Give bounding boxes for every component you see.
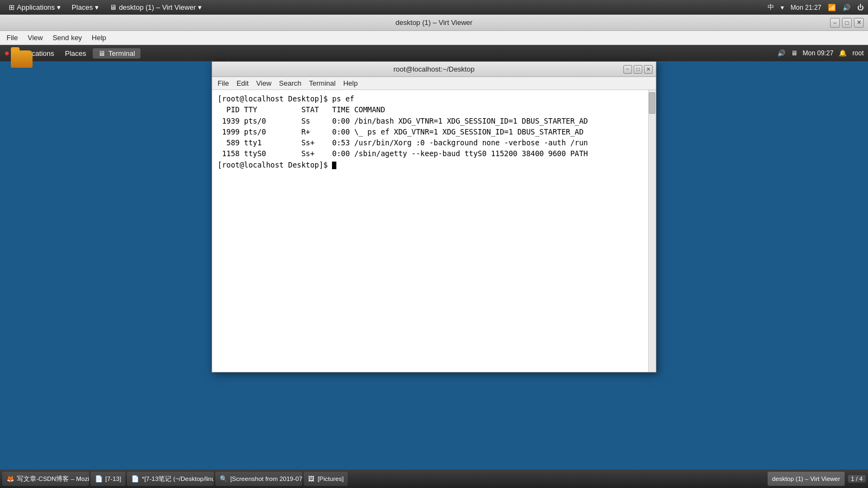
virt-viewer-minimize-button[interactable]: −	[830, 18, 840, 28]
host-task-label-0: 写文章-CSDN博客 – Mozilla Fi...	[17, 475, 89, 483]
terminal-titlebar: root@localhost:~/Desktop − □ ✕	[212, 62, 656, 77]
term-edit-menu[interactable]: Edit	[233, 78, 252, 88]
virt-viewer-help-menu[interactable]: Help	[87, 33, 111, 43]
terminal-maximize-button[interactable]: □	[634, 65, 642, 74]
terminal-header: PID TTY STAT TIME COMMAND	[218, 104, 650, 115]
host-places-menu[interactable]: Places ▾	[67, 2, 103, 12]
guest-gnome-icon: ●	[4, 48, 10, 58]
terminal-line-1: [root@localhost Desktop]$ ps ef	[218, 93, 650, 104]
host-task-icon-4: 🖼	[308, 476, 315, 482]
virt-viewer-menubar: File View Send key Help	[0, 31, 868, 45]
term-terminal-menu[interactable]: Terminal	[306, 78, 339, 88]
volume-icon: 🔊	[843, 4, 851, 11]
host-task-label-2: *[7-13笔记 (~/Desktop/linux/7...	[142, 475, 214, 483]
term-help-menu[interactable]: Help	[340, 78, 361, 88]
guest-clock: Mon 09:27	[803, 49, 834, 57]
guest-volume-icon: 🔊	[777, 49, 786, 57]
window-chevron-icon: ▾	[198, 3, 202, 11]
guest-user-label: root	[852, 49, 864, 57]
guest-terminal-label: Terminal	[108, 49, 135, 57]
terminal-tab-icon: 🖥	[98, 49, 105, 57]
terminal-close-button[interactable]: ✕	[644, 65, 653, 74]
terminal-scrollbar-thumb[interactable]	[649, 92, 655, 114]
terminal-window: root@localhost:~/Desktop − □ ✕ File Edit…	[212, 61, 656, 373]
terminal-cursor	[332, 162, 336, 169]
terminal-row-1: 1939 pts/0 Ss 0:00 /bin/bash XDG_VTNR=1 …	[218, 115, 650, 126]
host-taskbar-item-3[interactable]: 🔍 [Screenshot from 2019-07-13...	[215, 472, 302, 486]
places-chevron-icon: ▾	[95, 3, 99, 11]
terminal-title: root@localhost:~/Desktop	[393, 65, 474, 73]
host-taskbar-right: desktop (1) – Virt Viewer 1 / 4	[768, 472, 866, 486]
terminal-minimize-button[interactable]: −	[623, 65, 632, 74]
virt-viewer-sendkey-menu[interactable]: Send key	[48, 33, 86, 43]
virt-viewer-close-button[interactable]: ✕	[854, 18, 864, 28]
terminal-content[interactable]: [root@localhost Desktop]$ ps ef PID TTY …	[212, 90, 656, 372]
terminal-row-4: 1158 ttyS0 Ss+ 0:00 /sbin/agetty --keep-…	[218, 148, 650, 159]
terminal-menubar: File Edit View Search Terminal Help	[212, 77, 656, 90]
terminal-window-controls: − □ ✕	[623, 65, 653, 74]
power-icon: ⏻	[857, 4, 864, 11]
virt-viewer-window: desktop (1) – Virt Viewer − □ ✕ File Vie…	[0, 15, 868, 488]
apps-chevron-icon: ▾	[57, 3, 61, 11]
network-icon: 📶	[828, 4, 836, 11]
host-taskbar-virt-label[interactable]: desktop (1) – Virt Viewer	[768, 472, 845, 486]
host-task-icon-2: 📄	[131, 475, 139, 483]
apps-icon: ⊞	[9, 3, 15, 11]
terminal-prompt-text: [root@localhost Desktop]$	[218, 160, 332, 169]
host-applications-menu[interactable]: ⊞ Applications ▾	[4, 2, 65, 12]
terminal-row-2: 1999 pts/0 R+ 0:00 \_ ps ef XDG_VTNR=1 X…	[218, 126, 650, 137]
guest-desktop: ● Applications Places 🖥 Terminal 🔊 🖥 Mon…	[0, 45, 868, 488]
host-taskbar-item-2[interactable]: 📄 *[7-13笔记 (~/Desktop/linux/7...	[127, 472, 214, 486]
host-window-label: desktop (1) – Virt Viewer	[119, 3, 196, 11]
guest-topbar: ● Applications Places 🖥 Terminal 🔊 🖥 Mon…	[0, 45, 868, 61]
terminal-prompt: [root@localhost Desktop]$	[218, 159, 650, 170]
guest-screen-icon: 🖥	[791, 49, 797, 57]
host-page-indicator: 1 / 4	[848, 475, 866, 483]
virt-viewer-window-controls: − □ ✕	[830, 18, 864, 28]
host-window-icon: 🖥	[110, 3, 117, 11]
host-task-label-4: [Pictures]	[317, 476, 343, 482]
host-taskbar: 🦊 写文章-CSDN博客 – Mozilla Fi... 📄 [7-13] 📄 …	[0, 470, 868, 488]
guest-topbar-right: 🔊 🖥 Mon 09:27 🔔 root	[777, 49, 864, 57]
host-taskbar-item-1[interactable]: 📄 [7-13]	[91, 472, 125, 486]
virt-viewer-maximize-button[interactable]: □	[842, 18, 852, 28]
host-taskbar-item-0[interactable]: 🦊 写文章-CSDN博客 – Mozilla Fi...	[2, 472, 89, 486]
term-file-menu[interactable]: File	[214, 78, 232, 88]
guest-places-label: Places	[65, 49, 86, 57]
guest-terminal-tab[interactable]: 🖥 Terminal	[93, 48, 141, 59]
host-clock: Mon 21:27	[790, 4, 821, 11]
term-view-menu[interactable]: View	[253, 78, 275, 88]
terminal-row-3: 589 tty1 Ss+ 0:53 /usr/bin/Xorg :0 -back…	[218, 137, 650, 148]
virt-viewer-title: desktop (1) – Virt Viewer	[395, 18, 473, 27]
guest-notif-icon: 🔔	[839, 49, 847, 57]
host-task-icon-1: 📄	[95, 475, 103, 483]
host-task-icon-3: 🔍	[220, 475, 227, 483]
host-task-icon-0: 🦊	[7, 475, 14, 483]
host-window-button[interactable]: 🖥 desktop (1) – Virt Viewer ▾	[105, 2, 206, 12]
host-topbar-right: 中 ▾ Mon 21:27 📶 🔊 ⏻	[768, 3, 864, 12]
guest-places-menu[interactable]: Places	[61, 48, 91, 59]
host-taskbar-item-4[interactable]: 🖼 [Pictures]	[304, 472, 348, 486]
host-places-label: Places	[72, 3, 93, 11]
host-applications-label: Applications	[17, 3, 55, 11]
host-topbar: ⊞ Applications ▾ Places ▾ 🖥 desktop (1) …	[0, 0, 868, 15]
desktop-folder[interactable]	[11, 50, 33, 68]
term-search-menu[interactable]: Search	[276, 78, 304, 88]
terminal-scrollbar[interactable]	[648, 90, 656, 372]
virt-viewer-titlebar: desktop (1) – Virt Viewer − □ ✕	[0, 15, 868, 31]
folder-icon	[11, 50, 33, 68]
virt-viewer-view-menu[interactable]: View	[23, 33, 47, 43]
host-task-label-1: [7-13]	[105, 476, 121, 482]
virt-viewer-file-menu[interactable]: File	[2, 33, 22, 43]
host-task-label-3: [Screenshot from 2019-07-13...	[230, 476, 302, 482]
input-method-indicator[interactable]: 中	[768, 3, 774, 12]
input-chevron-icon: ▾	[781, 4, 784, 11]
